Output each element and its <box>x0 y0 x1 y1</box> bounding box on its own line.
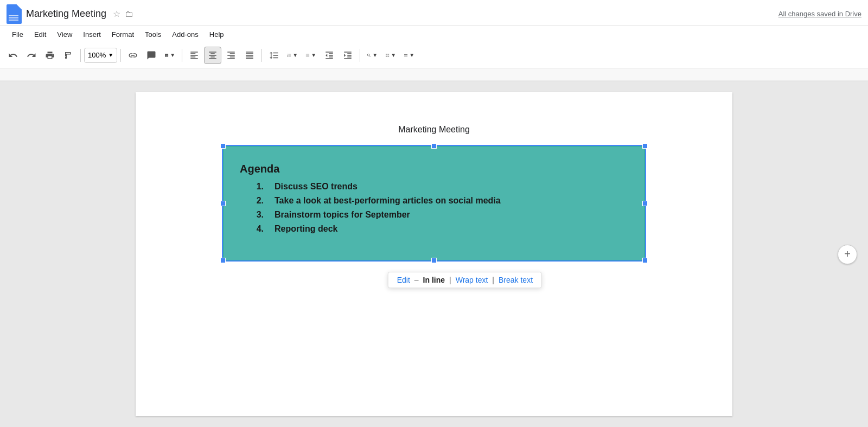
zoom-value: 100% <box>88 51 106 59</box>
menu-tools[interactable]: Tools <box>139 28 167 41</box>
image-toolbar-pipe1: | <box>449 276 451 284</box>
paint-format-button[interactable] <box>60 47 77 64</box>
list-item: 1. Discuss SEO trends <box>251 182 628 192</box>
drawing-box[interactable]: Agenda 1. Discuss SEO trends 2. Take a l… <box>222 145 646 261</box>
add-page-button[interactable]: + <box>838 245 857 264</box>
image-toolbar-edit[interactable]: Edit <box>397 276 410 284</box>
list-item: 4. Reporting deck <box>251 224 628 234</box>
line-spacing-button[interactable] <box>265 47 283 64</box>
handle-top-right[interactable] <box>642 143 648 149</box>
zoom-dropdown-icon: ▼ <box>108 52 113 58</box>
decrease-indent-button[interactable] <box>321 47 338 64</box>
title-bar: Marketing Meeting ☆ 🗀 All changes saved … <box>0 0 868 26</box>
handle-top-center[interactable] <box>431 143 437 149</box>
handle-bottom-right[interactable] <box>642 258 648 263</box>
border-style-button[interactable]: ▼ <box>382 47 399 64</box>
align-left-button[interactable] <box>186 47 203 64</box>
image-toolbar-sep1: – <box>414 276 419 284</box>
image-toolbar-break[interactable]: Break text <box>499 276 533 284</box>
image-toolbar-pipe2: | <box>492 276 494 284</box>
highlight-color-button[interactable]: ▼ <box>363 47 381 64</box>
insert-comment-button[interactable] <box>143 47 160 64</box>
menu-addons[interactable]: Add-ons <box>167 28 203 41</box>
menu-help[interactable]: Help <box>204 28 229 41</box>
document-area: Marketing Meeting Agenda 1 <box>0 81 868 427</box>
handle-top-left[interactable] <box>220 143 226 149</box>
toolbar-separator-1 <box>80 49 81 62</box>
folder-icon[interactable]: 🗀 <box>125 9 133 19</box>
insert-image-button[interactable]: ▼ <box>161 47 178 64</box>
agenda-item-2: Take a look at best-performing articles … <box>275 196 501 206</box>
toolbar-separator-5 <box>360 49 360 62</box>
star-icon[interactable]: ☆ <box>113 9 120 19</box>
handle-bottom-center[interactable] <box>431 258 437 263</box>
list-item: 3. Brainstorm topics for September <box>251 210 628 220</box>
toolbar-separator-3 <box>182 49 182 62</box>
align-center-button[interactable] <box>204 47 221 64</box>
agenda-list: 1. Discuss SEO trends 2. Take a look at … <box>240 182 628 234</box>
agenda-item-4: Reporting deck <box>275 224 337 234</box>
insert-link-button[interactable] <box>124 47 142 64</box>
document-page: Marketing Meeting Agenda 1 <box>136 92 732 416</box>
handle-middle-right[interactable] <box>642 201 648 206</box>
align-right-button[interactable] <box>222 47 240 64</box>
menu-view[interactable]: View <box>52 28 78 41</box>
menu-format[interactable]: Format <box>106 28 139 41</box>
toolbar: 100% ▼ ▼ ▼ ▼ <box>0 42 868 68</box>
menu-insert[interactable]: Insert <box>78 28 106 41</box>
svg-rect-0 <box>0 68 868 81</box>
image-toolbar: Edit – In line | Wrap text | Break text <box>388 272 542 288</box>
agenda-title: Agenda <box>240 163 628 175</box>
undo-button[interactable] <box>4 47 22 64</box>
image-toolbar-wrap[interactable]: Wrap text <box>456 276 488 284</box>
handle-bottom-left[interactable] <box>220 258 226 263</box>
justify-button[interactable] <box>241 47 258 64</box>
doc-icon <box>7 4 22 24</box>
menu-bar: File Edit View Insert Format Tools Add-o… <box>0 26 868 42</box>
document-title: Marketing Meeting <box>26 8 106 20</box>
increase-indent-button[interactable] <box>339 47 356 64</box>
list-item: 2. Take a look at best-performing articl… <box>251 196 628 206</box>
more-options-button[interactable]: ▼ <box>400 47 418 64</box>
bullet-list-button[interactable]: ▼ <box>302 47 320 64</box>
menu-file[interactable]: File <box>7 28 29 41</box>
print-button[interactable] <box>41 47 59 64</box>
handle-middle-left[interactable] <box>220 201 226 206</box>
zoom-selector[interactable]: 100% ▼ <box>84 48 117 63</box>
agenda-item-3: Brainstorm topics for September <box>275 210 410 220</box>
list-options-button[interactable]: ▼ <box>284 47 301 64</box>
menu-edit[interactable]: Edit <box>29 28 52 41</box>
ruler <box>0 68 868 81</box>
drawing-content[interactable]: Agenda 1. Discuss SEO trends 2. Take a l… <box>222 145 646 261</box>
page-title: Marketing Meeting <box>179 125 689 135</box>
redo-button[interactable] <box>23 47 40 64</box>
toolbar-separator-2 <box>120 49 121 62</box>
toolbar-separator-4 <box>261 49 262 62</box>
image-toolbar-inline: In line <box>423 276 445 284</box>
saved-status: All changes saved in Drive <box>778 10 861 18</box>
agenda-item-1: Discuss SEO trends <box>275 182 358 192</box>
